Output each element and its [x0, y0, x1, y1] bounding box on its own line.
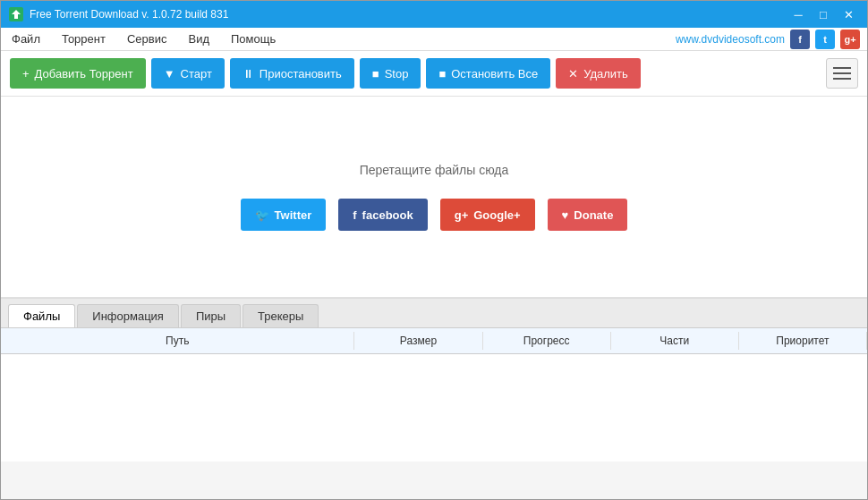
donate-label: Donate [574, 208, 613, 222]
hamburger-line-1 [833, 67, 851, 69]
table-body [1, 354, 867, 462]
menu-help[interactable]: Помощь [227, 30, 279, 47]
column-progress: Прогресс [483, 332, 611, 350]
tabs-bar: Файлы Информация Пиры Трекеры [1, 299, 867, 328]
toolbar: + Добавить Торрент ▼ Старт ⏸ Приостанови… [1, 51, 867, 97]
facebook-f-icon: f [353, 208, 356, 222]
start-icon: ▼ [164, 67, 175, 81]
title-bar: Free Torrent Download v. 1.0.72 build 83… [1, 1, 867, 28]
tab-info[interactable]: Информация [77, 304, 179, 327]
heart-icon: ♥ [562, 208, 569, 222]
maximize-button[interactable]: □ [812, 4, 835, 24]
tab-files[interactable]: Файлы [8, 304, 75, 327]
hamburger-menu-button[interactable] [826, 58, 858, 89]
stop-button[interactable]: ■ Stop [360, 58, 421, 89]
delete-label: Удалить [583, 67, 628, 81]
twitter-share-label: Twitter [275, 208, 312, 222]
hamburger-line-3 [833, 78, 851, 80]
window-controls: ─ □ ✕ [787, 4, 860, 24]
drop-area: Перетащите файлы сюда 🐦 Twitter f facebo… [1, 97, 867, 298]
googleplus-share-label: Google+ [473, 208, 520, 222]
pause-button[interactable]: ⏸ Приостановить [230, 58, 354, 89]
drop-hint-text: Перетащите файлы сюда [360, 163, 509, 177]
column-priority: Приоритет [739, 332, 867, 350]
googleplus-g-icon: g+ [455, 208, 469, 222]
donate-button[interactable]: ♥ Donate [548, 199, 628, 231]
add-icon: + [22, 67, 30, 81]
start-label: Старт [181, 67, 212, 81]
table-header: Путь Размер Прогресс Части Приоритет [1, 328, 867, 354]
tab-trackers[interactable]: Трекеры [243, 304, 319, 327]
window-title: Free Torrent Download v. 1.0.72 build 83… [30, 8, 787, 21]
add-label: Добавить Торрент [35, 67, 133, 81]
menu-file[interactable]: Файл [8, 30, 44, 47]
twitter-share-button[interactable]: 🐦 Twitter [241, 199, 327, 231]
close-button[interactable]: ✕ [837, 4, 860, 24]
pause-label: Приостановить [260, 67, 342, 81]
social-buttons: 🐦 Twitter f facebook g+ Google+ ♥ Donate [241, 199, 628, 231]
twitter-icon[interactable]: t [815, 30, 835, 49]
column-parts: Части [611, 332, 739, 350]
add-torrent-button[interactable]: + Добавить Торрент [10, 58, 146, 89]
minimize-button[interactable]: ─ [787, 4, 810, 24]
bottom-panel: Файлы Информация Пиры Трекеры Путь Разме… [1, 298, 867, 499]
menu-view[interactable]: Вид [184, 30, 213, 47]
dvd-link[interactable]: www.dvdvideosoft.com [676, 33, 785, 46]
stop-label: Stop [385, 67, 409, 81]
stop-all-icon: ■ [438, 67, 446, 81]
googleplus-icon[interactable]: g+ [840, 30, 860, 49]
stop-all-label: Остановить Все [451, 67, 538, 81]
tab-peers[interactable]: Пиры [181, 304, 241, 327]
facebook-share-label: facebook [362, 208, 413, 222]
stop-icon: ■ [372, 67, 379, 81]
twitter-bird-icon: 🐦 [255, 208, 269, 222]
column-size: Размер [354, 332, 482, 350]
column-path: Путь [1, 332, 354, 350]
hamburger-line-2 [833, 72, 851, 74]
menu-items: Файл Торрент Сервис Вид Помощь [8, 30, 676, 47]
facebook-icon[interactable]: f [790, 30, 810, 49]
app-icon [8, 6, 24, 22]
facebook-share-button[interactable]: f facebook [338, 199, 427, 231]
delete-icon: ✕ [568, 67, 578, 81]
app-window: Free Torrent Download v. 1.0.72 build 83… [0, 0, 868, 500]
menu-right: www.dvdvideosoft.com f t g+ [676, 30, 860, 49]
delete-button[interactable]: ✕ Удалить [556, 58, 641, 89]
menu-torrent[interactable]: Торрент [58, 30, 109, 47]
menu-service[interactable]: Сервис [123, 30, 171, 47]
menu-bar: Файл Торрент Сервис Вид Помощь www.dvdvi… [1, 28, 867, 51]
pause-icon: ⏸ [243, 67, 254, 81]
start-button[interactable]: ▼ Старт [151, 58, 225, 89]
stop-all-button[interactable]: ■ Остановить Все [426, 58, 550, 89]
googleplus-share-button[interactable]: g+ Google+ [440, 199, 535, 231]
